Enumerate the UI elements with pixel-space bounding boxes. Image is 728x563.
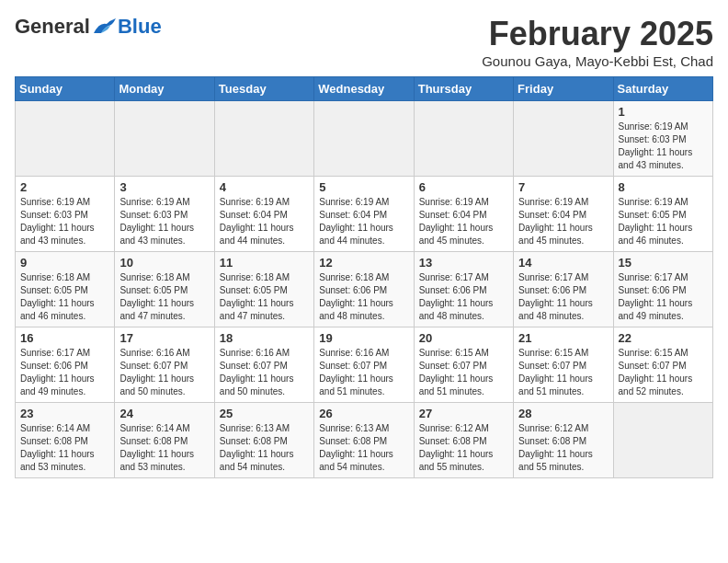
calendar-cell: 11Sunrise: 6:18 AM Sunset: 6:05 PM Dayli… xyxy=(214,252,313,327)
day-number: 16 xyxy=(20,331,109,345)
day-number: 4 xyxy=(220,180,309,194)
day-number: 25 xyxy=(220,407,309,420)
weekday-header-thursday: Thursday xyxy=(414,77,513,101)
calendar-cell: 28Sunrise: 6:12 AM Sunset: 6:08 PM Dayli… xyxy=(514,403,613,478)
day-info: Sunrise: 6:15 AM Sunset: 6:07 PM Dayligh… xyxy=(518,347,608,398)
day-number: 24 xyxy=(119,407,209,420)
day-info: Sunrise: 6:13 AM Sunset: 6:08 PM Dayligh… xyxy=(319,422,408,474)
calendar-cell: 24Sunrise: 6:14 AM Sunset: 6:08 PM Dayli… xyxy=(115,403,214,478)
calendar-cell: 5Sunrise: 6:19 AM Sunset: 6:04 PM Daylig… xyxy=(314,177,414,252)
day-number: 27 xyxy=(419,407,508,420)
day-info: Sunrise: 6:15 AM Sunset: 6:07 PM Dayligh… xyxy=(619,347,708,398)
day-info: Sunrise: 6:17 AM Sunset: 6:06 PM Dayligh… xyxy=(20,347,109,398)
day-info: Sunrise: 6:16 AM Sunset: 6:07 PM Dayligh… xyxy=(220,347,309,398)
day-info: Sunrise: 6:19 AM Sunset: 6:04 PM Dayligh… xyxy=(518,196,608,247)
calendar-cell: 10Sunrise: 6:18 AM Sunset: 6:05 PM Dayli… xyxy=(115,252,214,327)
calendar-cell: 23Sunrise: 6:14 AM Sunset: 6:08 PM Dayli… xyxy=(16,403,115,478)
day-info: Sunrise: 6:19 AM Sunset: 6:04 PM Dayligh… xyxy=(319,196,408,247)
day-info: Sunrise: 6:19 AM Sunset: 6:03 PM Dayligh… xyxy=(119,196,209,247)
calendar-cell: 15Sunrise: 6:17 AM Sunset: 6:06 PM Dayli… xyxy=(613,252,712,327)
day-info: Sunrise: 6:18 AM Sunset: 6:05 PM Dayligh… xyxy=(20,271,109,323)
day-number: 2 xyxy=(20,180,109,194)
day-info: Sunrise: 6:19 AM Sunset: 6:04 PM Dayligh… xyxy=(220,196,309,247)
calendar-cell: 22Sunrise: 6:15 AM Sunset: 6:07 PM Dayli… xyxy=(613,327,712,403)
day-number: 13 xyxy=(419,256,508,270)
day-info: Sunrise: 6:14 AM Sunset: 6:08 PM Dayligh… xyxy=(119,422,209,474)
calendar-cell: 19Sunrise: 6:16 AM Sunset: 6:07 PM Dayli… xyxy=(314,327,414,403)
day-info: Sunrise: 6:14 AM Sunset: 6:08 PM Dayligh… xyxy=(20,422,109,474)
calendar-week-row: 1Sunrise: 6:19 AM Sunset: 6:03 PM Daylig… xyxy=(16,101,713,177)
day-number: 12 xyxy=(319,256,408,270)
calendar-cell xyxy=(214,101,313,177)
calendar-cell: 1Sunrise: 6:19 AM Sunset: 6:03 PM Daylig… xyxy=(613,101,712,177)
calendar-table: SundayMondayTuesdayWednesdayThursdayFrid… xyxy=(15,76,713,478)
day-info: Sunrise: 6:19 AM Sunset: 6:04 PM Dayligh… xyxy=(419,196,508,247)
logo-general-text: General xyxy=(15,15,90,39)
calendar-cell xyxy=(314,101,414,177)
day-number: 1 xyxy=(619,105,708,119)
day-number: 26 xyxy=(319,407,408,420)
calendar-cell: 20Sunrise: 6:15 AM Sunset: 6:07 PM Dayli… xyxy=(414,327,513,403)
month-title: February 2025 xyxy=(482,15,713,53)
calendar-cell: 13Sunrise: 6:17 AM Sunset: 6:06 PM Dayli… xyxy=(414,252,513,327)
day-info: Sunrise: 6:17 AM Sunset: 6:06 PM Dayligh… xyxy=(518,271,608,323)
calendar-week-row: 23Sunrise: 6:14 AM Sunset: 6:08 PM Dayli… xyxy=(16,403,713,478)
day-info: Sunrise: 6:12 AM Sunset: 6:08 PM Dayligh… xyxy=(419,422,508,474)
location-title: Gounou Gaya, Mayo-Kebbi Est, Chad xyxy=(482,53,713,69)
day-number: 7 xyxy=(518,180,608,194)
calendar-cell xyxy=(613,403,712,478)
calendar-cell: 16Sunrise: 6:17 AM Sunset: 6:06 PM Dayli… xyxy=(16,327,115,403)
day-number: 28 xyxy=(518,407,608,420)
day-number: 23 xyxy=(20,407,109,420)
calendar-cell: 25Sunrise: 6:13 AM Sunset: 6:08 PM Dayli… xyxy=(214,403,313,478)
calendar-week-row: 9Sunrise: 6:18 AM Sunset: 6:05 PM Daylig… xyxy=(16,252,713,327)
calendar-cell: 3Sunrise: 6:19 AM Sunset: 6:03 PM Daylig… xyxy=(115,177,214,252)
weekday-header-friday: Friday xyxy=(514,77,613,101)
title-block: February 2025 Gounou Gaya, Mayo-Kebbi Es… xyxy=(482,15,713,69)
calendar-cell: 9Sunrise: 6:18 AM Sunset: 6:05 PM Daylig… xyxy=(16,252,115,327)
day-info: Sunrise: 6:13 AM Sunset: 6:08 PM Dayligh… xyxy=(220,422,309,474)
day-number: 17 xyxy=(119,331,209,345)
day-info: Sunrise: 6:17 AM Sunset: 6:06 PM Dayligh… xyxy=(619,271,708,323)
calendar-cell: 17Sunrise: 6:16 AM Sunset: 6:07 PM Dayli… xyxy=(115,327,214,403)
calendar-cell: 7Sunrise: 6:19 AM Sunset: 6:04 PM Daylig… xyxy=(514,177,613,252)
calendar-cell xyxy=(514,101,613,177)
day-info: Sunrise: 6:16 AM Sunset: 6:07 PM Dayligh… xyxy=(119,347,209,398)
day-number: 6 xyxy=(419,180,508,194)
day-number: 10 xyxy=(119,256,209,270)
day-info: Sunrise: 6:18 AM Sunset: 6:05 PM Dayligh… xyxy=(119,271,209,323)
day-info: Sunrise: 6:17 AM Sunset: 6:06 PM Dayligh… xyxy=(419,271,508,323)
day-number: 11 xyxy=(220,256,309,270)
calendar-cell: 14Sunrise: 6:17 AM Sunset: 6:06 PM Dayli… xyxy=(514,252,613,327)
day-number: 22 xyxy=(619,331,708,345)
calendar-cell: 2Sunrise: 6:19 AM Sunset: 6:03 PM Daylig… xyxy=(16,177,115,252)
calendar-cell xyxy=(16,101,115,177)
day-number: 9 xyxy=(20,256,109,270)
page-header: General Blue February 2025 Gounou Gaya, … xyxy=(15,15,713,69)
day-number: 8 xyxy=(619,180,708,194)
day-number: 14 xyxy=(518,256,608,270)
calendar-cell: 12Sunrise: 6:18 AM Sunset: 6:06 PM Dayli… xyxy=(314,252,414,327)
calendar-week-row: 16Sunrise: 6:17 AM Sunset: 6:06 PM Dayli… xyxy=(16,327,713,403)
weekday-header-row: SundayMondayTuesdayWednesdayThursdayFrid… xyxy=(16,77,713,101)
weekday-header-tuesday: Tuesday xyxy=(214,77,313,101)
day-info: Sunrise: 6:19 AM Sunset: 6:03 PM Dayligh… xyxy=(20,196,109,247)
day-number: 5 xyxy=(319,180,408,194)
day-number: 20 xyxy=(419,331,508,345)
calendar-cell: 27Sunrise: 6:12 AM Sunset: 6:08 PM Dayli… xyxy=(414,403,513,478)
day-info: Sunrise: 6:15 AM Sunset: 6:07 PM Dayligh… xyxy=(419,347,508,398)
day-number: 18 xyxy=(220,331,309,345)
weekday-header-sunday: Sunday xyxy=(16,77,115,101)
weekday-header-saturday: Saturday xyxy=(613,77,712,101)
day-number: 3 xyxy=(119,180,209,194)
calendar-cell: 8Sunrise: 6:19 AM Sunset: 6:05 PM Daylig… xyxy=(613,177,712,252)
calendar-cell xyxy=(414,101,513,177)
day-info: Sunrise: 6:18 AM Sunset: 6:06 PM Dayligh… xyxy=(319,271,408,323)
calendar-cell xyxy=(115,101,214,177)
day-info: Sunrise: 6:19 AM Sunset: 6:03 PM Dayligh… xyxy=(619,121,708,172)
calendar-cell: 26Sunrise: 6:13 AM Sunset: 6:08 PM Dayli… xyxy=(314,403,414,478)
calendar-cell: 21Sunrise: 6:15 AM Sunset: 6:07 PM Dayli… xyxy=(514,327,613,403)
calendar-week-row: 2Sunrise: 6:19 AM Sunset: 6:03 PM Daylig… xyxy=(16,177,713,252)
weekday-header-monday: Monday xyxy=(115,77,214,101)
day-info: Sunrise: 6:16 AM Sunset: 6:07 PM Dayligh… xyxy=(319,347,408,398)
